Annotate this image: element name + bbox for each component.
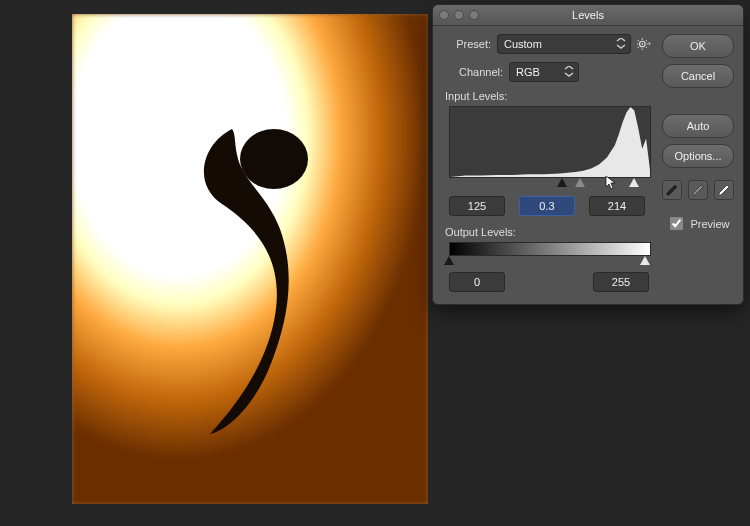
dialog-titlebar[interactable]: Levels [433, 5, 743, 26]
preset-label: Preset: [445, 38, 491, 50]
output-gradient[interactable] [449, 242, 651, 256]
preview-checkbox[interactable]: Preview [666, 214, 729, 233]
channel-select[interactable]: RGB [509, 62, 579, 82]
levels-dialog: Levels Preset: Custom Channel: [432, 4, 744, 305]
minimize-icon[interactable] [454, 10, 464, 20]
output-white-field[interactable]: 255 [593, 272, 649, 292]
eyedropper-gray-icon[interactable] [688, 180, 708, 200]
output-levels-label: Output Levels: [445, 226, 655, 238]
document-canvas[interactable] [72, 14, 428, 504]
close-icon[interactable] [439, 10, 449, 20]
preset-value: Custom [504, 38, 542, 50]
eyedropper-black-icon[interactable] [662, 180, 682, 200]
input-white-slider[interactable] [629, 178, 639, 187]
cursor-icon [605, 175, 619, 193]
output-black-slider[interactable] [444, 256, 454, 265]
input-white-field[interactable]: 214 [589, 196, 645, 216]
chevron-down-icon [564, 66, 574, 78]
zoom-icon[interactable] [469, 10, 479, 20]
input-black-slider[interactable] [557, 178, 567, 187]
preview-checkbox-input[interactable] [670, 217, 683, 230]
chevron-down-icon [616, 38, 626, 50]
channel-label: Channel: [459, 66, 503, 78]
options-button[interactable]: Options... [662, 144, 734, 168]
output-white-slider[interactable] [640, 256, 650, 265]
dialog-title: Levels [433, 9, 743, 21]
input-black-field[interactable]: 125 [449, 196, 505, 216]
histogram-plot [450, 107, 650, 177]
eyedropper-group [662, 180, 734, 200]
input-levels-label: Input Levels: [445, 90, 655, 102]
input-gamma-field[interactable]: 0.3 [519, 196, 575, 216]
artwork-silhouette [162, 99, 362, 439]
svg-point-0 [240, 129, 308, 189]
window-controls[interactable] [439, 10, 479, 20]
cancel-button[interactable]: Cancel [662, 64, 734, 88]
input-gamma-slider[interactable] [575, 178, 585, 187]
gear-icon[interactable] [637, 37, 651, 51]
preset-select[interactable]: Custom [497, 34, 631, 54]
channel-value: RGB [516, 66, 540, 78]
output-black-field[interactable]: 0 [449, 272, 505, 292]
input-slider-track[interactable] [449, 178, 649, 192]
auto-button[interactable]: Auto [662, 114, 734, 138]
eyedropper-white-icon[interactable] [714, 180, 734, 200]
output-slider-track[interactable] [449, 256, 649, 268]
ok-button[interactable]: OK [662, 34, 734, 58]
preview-label: Preview [690, 218, 729, 230]
svg-point-2 [641, 43, 643, 45]
histogram[interactable] [449, 106, 651, 178]
